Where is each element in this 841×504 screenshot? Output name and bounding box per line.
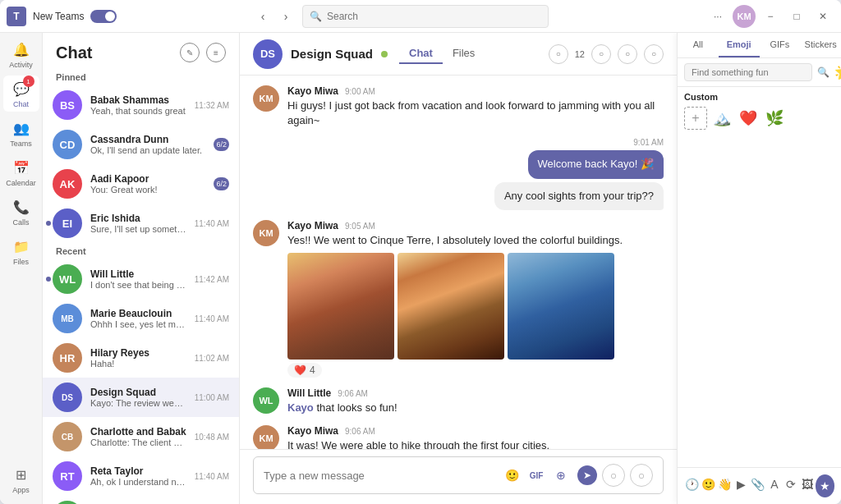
gif-button[interactable]: GIF bbox=[526, 465, 546, 485]
chat-preview-hilary: Haha! bbox=[90, 359, 186, 369]
title-bar: T New Teams ‹ › 🔍 ··· KM − □ ✕ bbox=[0, 0, 841, 33]
msg-text-5: It was! We were able to hike through the… bbox=[287, 438, 664, 449]
chat-item-eric[interactable]: EI Eric Ishida Sure, I'll set up somethi… bbox=[43, 204, 239, 243]
search-bar[interactable]: 🔍 bbox=[302, 5, 549, 28]
user-avatar[interactable]: KM bbox=[733, 5, 756, 28]
message-reaction[interactable]: ❤️ 4 bbox=[287, 363, 322, 378]
sidebar-item-teams[interactable]: 👥 Teams bbox=[3, 115, 39, 151]
chat-badge: 1 bbox=[23, 76, 34, 87]
emoji-tab-stickers[interactable]: Stickers bbox=[800, 33, 841, 57]
audio-call-button[interactable]: ○ bbox=[591, 44, 611, 64]
back-button[interactable]: ‹ bbox=[253, 7, 273, 26]
more-options-button[interactable]: ··· bbox=[706, 5, 729, 28]
emoji-people-button[interactable]: 👋 bbox=[717, 474, 733, 494]
tab-files[interactable]: Files bbox=[443, 44, 485, 64]
tab-chat[interactable]: Chat bbox=[399, 44, 443, 64]
chat-time-eric: 11:40 AM bbox=[195, 219, 229, 228]
minimize-button[interactable]: − bbox=[759, 5, 782, 28]
unread-dot-will bbox=[46, 277, 51, 282]
send-button[interactable]: ➤ bbox=[577, 465, 597, 485]
unread-dot-eric bbox=[46, 221, 51, 226]
edit-chat-button[interactable]: ✎ bbox=[180, 43, 200, 62]
message-input[interactable] bbox=[264, 470, 495, 482]
group-avatar: DS bbox=[253, 39, 283, 69]
chat-item-joshua[interactable]: JV Joshua VanBuren Thanks for reviewing!… bbox=[43, 496, 239, 504]
emoji-search-input[interactable] bbox=[684, 63, 812, 81]
sidebar-item-activity[interactable]: 🔔 Activity bbox=[3, 36, 39, 72]
chat-item-will[interactable]: WL Will Little I don't see that being an… bbox=[43, 259, 239, 299]
emoji-item-leaf[interactable]: 🌿 bbox=[763, 107, 786, 130]
chat-info-hilary: Hilary Reyes Haha! bbox=[90, 347, 186, 369]
title-bar-left: T New Teams bbox=[7, 7, 253, 26]
emoji-loop-button[interactable]: ⟳ bbox=[783, 474, 799, 494]
emoji-tab-gifs[interactable]: GIFs bbox=[760, 33, 801, 57]
emoji-play-button[interactable]: ▶ bbox=[733, 474, 750, 494]
files-icon: 📁 bbox=[11, 236, 31, 256]
chat-item-reta[interactable]: RT Reta Taylor Ah, ok I understand now. … bbox=[43, 456, 239, 496]
filter-button[interactable]: ≡ bbox=[206, 43, 226, 62]
search-input[interactable] bbox=[327, 11, 541, 22]
message-group-5: KM Kayo Miwa 9:06 AM It was! We were abl… bbox=[253, 425, 664, 449]
emoji-item-mountain[interactable]: 🏔️ bbox=[710, 107, 733, 130]
sidebar-item-chat[interactable]: 💬 1 Chat bbox=[3, 76, 39, 112]
chat-preview-aadi: You: Great work! bbox=[90, 185, 205, 195]
calls-label: Calls bbox=[12, 218, 29, 227]
avatar-aadi: AK bbox=[53, 169, 82, 199]
sidebar-item-files[interactable]: 📁 Files bbox=[3, 233, 39, 269]
emoji-smile-button[interactable]: 🙂 bbox=[701, 474, 717, 494]
chat-name-charlotte: Charlotte and Babak bbox=[90, 426, 186, 438]
emoji-sun-button[interactable]: 🌟 bbox=[834, 63, 841, 81]
close-button[interactable]: ✕ bbox=[811, 5, 834, 28]
add-emoji-button[interactable]: + bbox=[684, 107, 707, 130]
share-button[interactable]: ○ bbox=[618, 44, 637, 64]
custom-label: Custom bbox=[678, 87, 841, 103]
sidebar-item-apps[interactable]: ⊞ Apps bbox=[3, 461, 39, 497]
emoji-tab-emoji[interactable]: Emoji bbox=[719, 33, 760, 57]
chat-item-hilary[interactable]: HR Hilary Reyes Haha! 11:02 AM bbox=[43, 338, 239, 378]
chat-item-aadi[interactable]: AK Aadi Kapoor You: Great work! 6/2 bbox=[43, 164, 239, 204]
chat-item-cassandra[interactable]: CD Cassandra Dunn Ok, I'll send an updat… bbox=[43, 125, 239, 164]
chat-badge-aadi: 6/2 bbox=[214, 177, 229, 190]
more-button[interactable]: ○ bbox=[644, 44, 664, 64]
calendar-icon: 📅 bbox=[11, 158, 31, 177]
sidebar-item-calendar[interactable]: 📅 Calendar bbox=[3, 154, 39, 190]
sidebar-item-calls[interactable]: 📞 Calls bbox=[3, 194, 39, 230]
msg-content-5: Kayo Miwa 9:06 AM It was! We were able t… bbox=[287, 425, 664, 449]
emoji-button[interactable]: 🙂 bbox=[502, 465, 522, 485]
msg-time-will: 9:06 AM bbox=[338, 389, 368, 398]
forward-button[interactable]: › bbox=[276, 7, 296, 26]
app-title: New Teams bbox=[33, 11, 84, 22]
input-actions: 🙂 GIF ⊕ bbox=[502, 465, 571, 485]
emoji-toolbar: 🕐 🙂 👋 ▶ 📎 A ⟳ 🖼 ★ bbox=[678, 467, 841, 504]
video-button[interactable]: ○ bbox=[630, 464, 653, 487]
chat-item-babak[interactable]: BS Babak Shammas Yeah, that sounds great… bbox=[43, 85, 239, 125]
chat-info-marie: Marie Beauclouin Ohhh I see, yes let me … bbox=[90, 308, 186, 329]
emoji-item-heart[interactable]: ❤️ bbox=[737, 107, 760, 130]
emoji-active-button[interactable]: ★ bbox=[816, 474, 834, 497]
avatar-babak: BS bbox=[53, 90, 82, 120]
status-indicator bbox=[381, 51, 388, 57]
chat-item-charlotte[interactable]: CB Charlotte and Babak Charlotte: The cl… bbox=[43, 417, 239, 456]
video-call-button[interactable]: ○ bbox=[549, 44, 568, 64]
search-icon: 🔍 bbox=[310, 11, 322, 22]
emoji-tab-all[interactable]: All bbox=[678, 33, 719, 57]
chat-time-will: 11:42 AM bbox=[195, 275, 229, 284]
chat-info-babak: Babak Shammas Yeah, that sounds great bbox=[90, 94, 186, 116]
audio-button[interactable]: ○ bbox=[602, 464, 625, 487]
emoji-clock-button[interactable]: 🕐 bbox=[684, 474, 701, 494]
header-icons: ✎ ≡ bbox=[180, 43, 226, 62]
emoji-image-button[interactable]: 🖼 bbox=[799, 474, 816, 494]
reaction-emoji: ❤️ bbox=[294, 364, 306, 376]
emoji-attach-button[interactable]: 📎 bbox=[750, 474, 766, 494]
chat-item-marie[interactable]: MB Marie Beauclouin Ohhh I see, yes let … bbox=[43, 299, 239, 338]
avatar-reta: RT bbox=[53, 461, 82, 491]
new-teams-toggle[interactable] bbox=[90, 10, 117, 23]
chat-item-design-squad[interactable]: DS Design Squad Kayo: The review went re… bbox=[43, 378, 239, 417]
chat-info-will: Will Little I don't see that being an is… bbox=[90, 268, 186, 290]
sticker-button[interactable]: ⊕ bbox=[551, 465, 571, 485]
chat-icon: 💬 1 bbox=[11, 79, 31, 99]
emoji-format-button[interactable]: A bbox=[766, 474, 783, 494]
chat-list-panel: Chat ✎ ≡ Pinned BS Babak Shammas Yeah, t… bbox=[43, 33, 240, 504]
maximize-button[interactable]: □ bbox=[785, 5, 808, 28]
chat-time-design-squad: 11:00 AM bbox=[195, 393, 229, 402]
